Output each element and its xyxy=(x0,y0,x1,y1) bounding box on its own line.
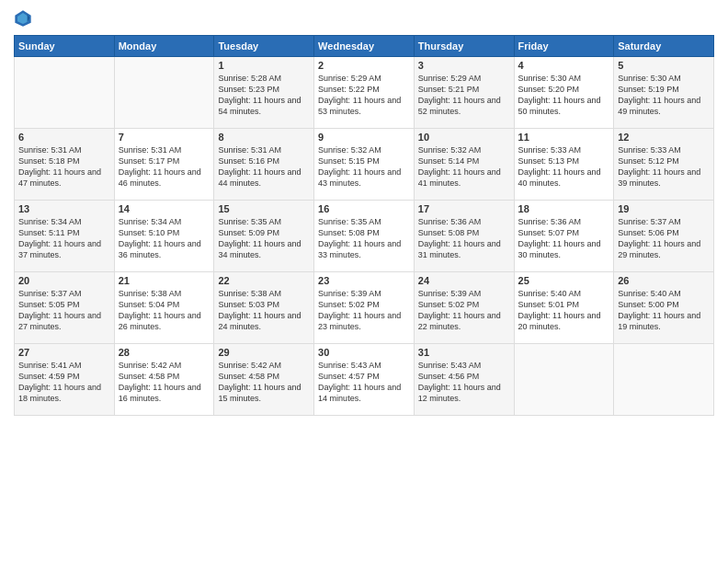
cell-date: 8 xyxy=(218,132,310,143)
calendar-cell: 20Sunrise: 5:37 AMSunset: 5:05 PMDayligh… xyxy=(15,272,115,344)
calendar-cell: 9Sunrise: 5:32 AMSunset: 5:15 PMDaylight… xyxy=(314,129,415,201)
calendar-cell: 1Sunrise: 5:28 AMSunset: 5:23 PMDaylight… xyxy=(214,57,314,129)
cell-date: 30 xyxy=(318,347,410,358)
calendar-cell: 24Sunrise: 5:39 AMSunset: 5:02 PMDayligh… xyxy=(414,272,514,344)
cell-info: Sunrise: 5:38 AMSunset: 5:04 PMDaylight:… xyxy=(119,288,210,333)
cell-date: 29 xyxy=(218,347,310,358)
weekday-header: Monday xyxy=(114,36,214,57)
cell-date: 21 xyxy=(119,275,210,286)
cell-date: 2 xyxy=(318,60,410,71)
cell-info: Sunrise: 5:34 AMSunset: 5:11 PMDaylight:… xyxy=(18,216,110,261)
calendar-week-row: 13Sunrise: 5:34 AMSunset: 5:11 PMDayligh… xyxy=(15,201,714,272)
cell-info: Sunrise: 5:37 AMSunset: 5:05 PMDaylight:… xyxy=(18,288,110,333)
calendar-cell: 12Sunrise: 5:33 AMSunset: 5:12 PMDayligh… xyxy=(614,129,714,201)
cell-info: Sunrise: 5:41 AMSunset: 4:59 PMDaylight:… xyxy=(18,360,110,405)
cell-info: Sunrise: 5:36 AMSunset: 5:07 PMDaylight:… xyxy=(518,216,610,261)
cell-date: 26 xyxy=(618,275,710,286)
cell-info: Sunrise: 5:32 AMSunset: 5:14 PMDaylight:… xyxy=(418,144,510,190)
calendar-cell: 26Sunrise: 5:40 AMSunset: 5:00 PMDayligh… xyxy=(614,272,714,344)
calendar-week-row: 27Sunrise: 5:41 AMSunset: 4:59 PMDayligh… xyxy=(15,344,714,416)
calendar-cell: 6Sunrise: 5:31 AMSunset: 5:18 PMDaylight… xyxy=(15,129,115,201)
cell-info: Sunrise: 5:40 AMSunset: 5:00 PMDaylight:… xyxy=(618,288,710,333)
calendar-cell: 15Sunrise: 5:35 AMSunset: 5:09 PMDayligh… xyxy=(214,201,314,272)
cell-info: Sunrise: 5:42 AMSunset: 4:58 PMDaylight:… xyxy=(119,360,210,405)
weekday-header: Tuesday xyxy=(214,36,314,57)
calendar-cell xyxy=(114,57,214,129)
calendar-cell: 3Sunrise: 5:29 AMSunset: 5:21 PMDaylight… xyxy=(414,57,514,129)
cell-date: 7 xyxy=(119,132,210,143)
cell-info: Sunrise: 5:37 AMSunset: 5:06 PMDaylight:… xyxy=(618,216,710,261)
calendar-cell: 27Sunrise: 5:41 AMSunset: 4:59 PMDayligh… xyxy=(15,344,115,416)
calendar-cell: 5Sunrise: 5:30 AMSunset: 5:19 PMDaylight… xyxy=(614,57,714,129)
calendar-cell: 19Sunrise: 5:37 AMSunset: 5:06 PMDayligh… xyxy=(614,201,714,272)
calendar-cell: 18Sunrise: 5:36 AMSunset: 5:07 PMDayligh… xyxy=(514,201,614,272)
calendar-cell xyxy=(15,57,115,129)
cell-info: Sunrise: 5:36 AMSunset: 5:08 PMDaylight:… xyxy=(418,216,510,261)
cell-info: Sunrise: 5:30 AMSunset: 5:19 PMDaylight:… xyxy=(618,73,710,118)
cell-info: Sunrise: 5:43 AMSunset: 4:56 PMDaylight:… xyxy=(418,360,510,405)
calendar-cell: 29Sunrise: 5:42 AMSunset: 4:58 PMDayligh… xyxy=(214,344,314,416)
weekday-header: Wednesday xyxy=(314,36,415,57)
cell-date: 28 xyxy=(119,347,210,358)
cell-info: Sunrise: 5:31 AMSunset: 5:16 PMDaylight:… xyxy=(218,144,310,190)
calendar-container: SundayMondayTuesdayWednesdayThursdayFrid… xyxy=(0,0,728,563)
cell-date: 4 xyxy=(518,60,610,71)
calendar-cell: 17Sunrise: 5:36 AMSunset: 5:08 PMDayligh… xyxy=(414,201,514,272)
cell-info: Sunrise: 5:35 AMSunset: 5:09 PMDaylight:… xyxy=(218,216,310,261)
cell-date: 20 xyxy=(18,275,110,286)
calendar-week-row: 1Sunrise: 5:28 AMSunset: 5:23 PMDaylight… xyxy=(15,57,714,129)
calendar-week-row: 6Sunrise: 5:31 AMSunset: 5:18 PMDaylight… xyxy=(15,129,714,201)
cell-date: 17 xyxy=(418,203,510,214)
calendar-table: SundayMondayTuesdayWednesdayThursdayFrid… xyxy=(14,35,714,416)
cell-date: 23 xyxy=(318,275,410,286)
calendar-cell: 7Sunrise: 5:31 AMSunset: 5:17 PMDaylight… xyxy=(114,129,214,201)
weekday-header: Saturday xyxy=(614,36,714,57)
cell-date: 5 xyxy=(618,60,710,71)
weekday-header: Thursday xyxy=(414,36,514,57)
calendar-cell: 11Sunrise: 5:33 AMSunset: 5:13 PMDayligh… xyxy=(514,129,614,201)
calendar-cell: 10Sunrise: 5:32 AMSunset: 5:14 PMDayligh… xyxy=(414,129,514,201)
cell-info: Sunrise: 5:40 AMSunset: 5:01 PMDaylight:… xyxy=(518,288,610,333)
calendar-cell xyxy=(514,344,614,416)
cell-date: 19 xyxy=(618,203,710,214)
calendar-cell: 22Sunrise: 5:38 AMSunset: 5:03 PMDayligh… xyxy=(214,272,314,344)
calendar-cell: 30Sunrise: 5:43 AMSunset: 4:57 PMDayligh… xyxy=(314,344,415,416)
calendar-cell: 21Sunrise: 5:38 AMSunset: 5:04 PMDayligh… xyxy=(114,272,214,344)
calendar-cell: 31Sunrise: 5:43 AMSunset: 4:56 PMDayligh… xyxy=(414,344,514,416)
calendar-cell: 13Sunrise: 5:34 AMSunset: 5:11 PMDayligh… xyxy=(15,201,115,272)
cell-date: 31 xyxy=(418,347,510,358)
cell-date: 25 xyxy=(518,275,610,286)
weekday-header-row: SundayMondayTuesdayWednesdayThursdayFrid… xyxy=(15,36,714,57)
cell-date: 24 xyxy=(418,275,510,286)
cell-date: 10 xyxy=(418,132,510,143)
cell-info: Sunrise: 5:31 AMSunset: 5:18 PMDaylight:… xyxy=(18,144,110,190)
cell-info: Sunrise: 5:30 AMSunset: 5:20 PMDaylight:… xyxy=(518,73,610,118)
cell-date: 16 xyxy=(318,203,410,214)
calendar-cell: 16Sunrise: 5:35 AMSunset: 5:08 PMDayligh… xyxy=(314,201,415,272)
calendar-cell: 28Sunrise: 5:42 AMSunset: 4:58 PMDayligh… xyxy=(114,344,214,416)
cell-date: 3 xyxy=(418,60,510,71)
logo xyxy=(14,9,36,28)
cell-date: 6 xyxy=(18,132,110,143)
cell-info: Sunrise: 5:42 AMSunset: 4:58 PMDaylight:… xyxy=(218,360,310,405)
header xyxy=(14,9,714,28)
cell-info: Sunrise: 5:29 AMSunset: 5:21 PMDaylight:… xyxy=(418,73,510,118)
cell-info: Sunrise: 5:38 AMSunset: 5:03 PMDaylight:… xyxy=(218,288,310,333)
cell-date: 15 xyxy=(218,203,310,214)
calendar-cell: 25Sunrise: 5:40 AMSunset: 5:01 PMDayligh… xyxy=(514,272,614,344)
cell-info: Sunrise: 5:39 AMSunset: 5:02 PMDaylight:… xyxy=(418,288,510,333)
calendar-cell: 14Sunrise: 5:34 AMSunset: 5:10 PMDayligh… xyxy=(114,201,214,272)
cell-info: Sunrise: 5:33 AMSunset: 5:12 PMDaylight:… xyxy=(618,144,710,190)
cell-info: Sunrise: 5:32 AMSunset: 5:15 PMDaylight:… xyxy=(318,144,410,190)
cell-date: 1 xyxy=(218,60,310,71)
cell-date: 12 xyxy=(618,132,710,143)
cell-date: 11 xyxy=(518,132,610,143)
cell-date: 13 xyxy=(18,203,110,214)
cell-info: Sunrise: 5:39 AMSunset: 5:02 PMDaylight:… xyxy=(318,288,410,333)
cell-info: Sunrise: 5:28 AMSunset: 5:23 PMDaylight:… xyxy=(218,73,310,118)
weekday-header: Sunday xyxy=(15,36,115,57)
cell-date: 22 xyxy=(218,275,310,286)
cell-date: 27 xyxy=(18,347,110,358)
cell-info: Sunrise: 5:33 AMSunset: 5:13 PMDaylight:… xyxy=(518,144,610,190)
calendar-week-row: 20Sunrise: 5:37 AMSunset: 5:05 PMDayligh… xyxy=(15,272,714,344)
